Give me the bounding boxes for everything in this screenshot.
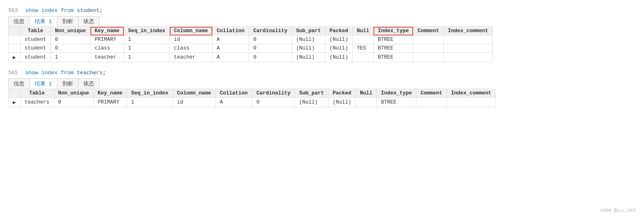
th-index-type-1: Index_type: [373, 27, 413, 35]
tab-2-profile[interactable]: 剖析: [57, 79, 78, 89]
row3-null: [352, 53, 373, 62]
row1-cardinality: 0: [249, 35, 292, 44]
table1-header-row: Table Non_unique Key_name Seq_in_index C…: [9, 27, 493, 35]
tabs-2: 信息 结果 1 剖析 状态: [8, 78, 100, 89]
row4-seq: 1: [127, 98, 173, 107]
th-non-unique-1: Non_unique: [51, 27, 90, 35]
row1-sub-part: (Null): [292, 35, 325, 44]
th-arrow-1: [9, 27, 21, 35]
row2-arrow: [9, 44, 21, 53]
query-section-1: 563 show index from student; 信息 结果 1 剖析 …: [8, 7, 636, 62]
query2-keyword: show index from: [25, 70, 77, 76]
row1-comment: [413, 35, 444, 44]
th-col-name-2: Column_name: [173, 89, 216, 98]
row2-index-type: BTREE: [373, 44, 413, 53]
th-arrow-2: [9, 89, 21, 98]
row1-seq: 1: [124, 35, 170, 44]
th-table-2: Table: [20, 89, 54, 98]
tab-1-result[interactable]: 结果 1: [30, 17, 57, 26]
query2-table: teachers: [77, 70, 102, 76]
th-comment-2: Comment: [416, 89, 447, 98]
row3-index-type: BTREE: [373, 53, 413, 62]
table-row[interactable]: student 0 class 1 class A 0 (Null) (Null…: [9, 44, 493, 53]
row3-table: student: [20, 53, 51, 62]
row2-non-unique: 0: [51, 44, 90, 53]
th-cardinality-1: Cardinality: [249, 27, 292, 35]
row2-table: student: [20, 44, 51, 53]
row3-cardinality: 0: [249, 53, 292, 62]
row4-packed: (Null): [328, 98, 356, 107]
query-line-1: 563 show index from student;: [8, 7, 636, 14]
query-line-2: 565 show index from teachers;: [8, 70, 636, 76]
row2-collation: A: [212, 44, 249, 53]
th-index-comment-1: Index_comment: [444, 27, 493, 35]
query2-semi: ;: [102, 70, 106, 76]
th-collation-1: Collation: [212, 27, 249, 35]
tab-2-status[interactable]: 状态: [78, 79, 99, 89]
page-wrapper: 563 show index from student; 信息 结果 1 剖析 …: [0, 0, 644, 217]
th-seq-2: Seq_in_index: [127, 89, 173, 98]
row2-packed: (Null): [325, 44, 352, 53]
th-packed-2: Packed: [328, 89, 356, 98]
row2-col-name: class: [170, 44, 213, 53]
th-cardinality-2: Cardinality: [252, 89, 295, 98]
table-row[interactable]: student 0 PRIMARY 1 id A 0 (Null) (Null)…: [9, 35, 493, 44]
th-null-1: Null: [352, 27, 373, 35]
table2-header-row: Table Non_unique Key_name Seq_in_index C…: [9, 89, 496, 98]
row4-cardinality: 0: [252, 98, 295, 107]
row3-collation: A: [212, 53, 249, 62]
row3-key-name: teacher: [90, 53, 124, 62]
tab-1-info[interactable]: 信息: [9, 17, 30, 26]
row1-col-name: id: [170, 35, 213, 44]
row1-table: student: [20, 35, 51, 44]
table-row[interactable]: ▶ student 1 teacher 1 teacher A 0 (Null)…: [9, 53, 493, 62]
row2-key-name: class: [90, 44, 124, 53]
tab-2-info[interactable]: 信息: [9, 79, 30, 89]
row4-index-type: BTREE: [377, 98, 416, 107]
row1-index-comment: [444, 35, 493, 44]
th-index-type-2: Index_type: [377, 89, 416, 98]
row1-non-unique: 0: [51, 35, 90, 44]
th-col-name-1: Column_name: [170, 27, 213, 35]
tab-2-result[interactable]: 结果 1: [30, 79, 57, 89]
row3-index-comment: [444, 53, 493, 62]
table-row[interactable]: ▶ teachers 0 PRIMARY 1 id A 0 (Null) (Nu…: [9, 98, 496, 107]
row1-null: [352, 35, 373, 44]
row2-sub-part: (Null): [292, 44, 325, 53]
row3-sub-part: (Null): [292, 53, 325, 62]
row3-col-name: teacher: [170, 53, 213, 62]
row1-key-name: PRIMARY: [90, 35, 124, 44]
th-key-name-2: Key_name: [93, 89, 127, 98]
row4-null: [356, 98, 377, 107]
row3-arrow: ▶: [9, 53, 21, 62]
query1-keyword: show index from: [25, 7, 77, 14]
th-packed-1: Packed: [325, 27, 352, 35]
watermark: CSDN @LLL_ZXX: [600, 208, 636, 213]
row3-seq: 1: [124, 53, 170, 62]
th-non-unique-2: Non_unique: [54, 89, 93, 98]
row1-packed: (Null): [325, 35, 352, 44]
row2-seq: 1: [124, 44, 170, 53]
row2-comment: [413, 44, 444, 53]
query1-semi: ;: [100, 7, 103, 14]
line-num-1: 563: [8, 7, 18, 14]
th-key-name-1: Key_name: [90, 27, 124, 35]
row3-packed: (Null): [325, 53, 352, 62]
row4-index-comment: [447, 98, 496, 107]
query1-table: student: [77, 7, 100, 14]
row1-arrow: [9, 35, 21, 44]
th-sub-part-2: Sub_part: [295, 89, 328, 98]
row4-table: teachers: [20, 98, 54, 107]
row4-comment: [416, 98, 447, 107]
row4-col-name: id: [173, 98, 216, 107]
row4-sub-part: (Null): [295, 98, 328, 107]
result-table-2: Table Non_unique Key_name Seq_in_index C…: [8, 89, 496, 107]
row4-non-unique: 0: [54, 98, 93, 107]
tab-1-status[interactable]: 状态: [78, 17, 99, 26]
row4-arrow: ▶: [9, 98, 21, 107]
tab-1-profile[interactable]: 剖析: [57, 17, 78, 26]
tabs-1: 信息 结果 1 剖析 状态: [8, 16, 100, 26]
row4-collation: A: [216, 98, 252, 107]
row2-cardinality: 0: [249, 44, 292, 53]
query-section-2: 565 show index from teachers; 信息 结果 1 剖析…: [8, 70, 636, 107]
